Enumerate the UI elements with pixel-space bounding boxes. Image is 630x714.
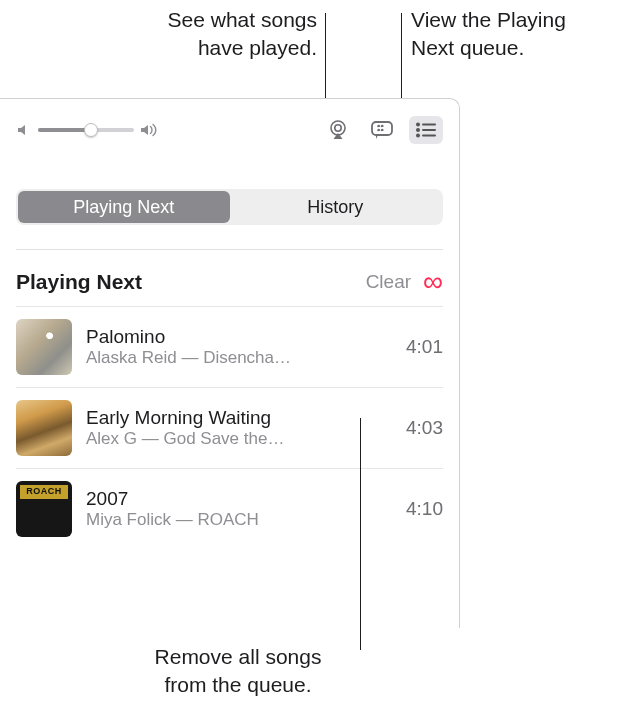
- queue-icon: [415, 122, 437, 138]
- track-title: 2007: [86, 488, 392, 510]
- track-text: Early Morning WaitingAlex G — God Save t…: [86, 407, 392, 449]
- album-art: [16, 319, 72, 375]
- track-row[interactable]: PalominoAlaska Reid — Disencha…4:01: [16, 306, 443, 387]
- tab-history-label: History: [307, 197, 363, 218]
- section-header: Playing Next Clear ∞: [0, 250, 459, 306]
- tab-playing-next[interactable]: Playing Next: [18, 191, 230, 223]
- svg-point-3: [416, 123, 420, 127]
- airplay-button[interactable]: [321, 116, 355, 144]
- lyrics-button[interactable]: [365, 116, 399, 144]
- callout-clear: Remove all songsfrom the queue.: [118, 643, 358, 700]
- callout-history-text: See what songshave played.: [168, 8, 317, 59]
- track-subtitle: Alaska Reid — Disencha…: [86, 348, 392, 368]
- track-list: PalominoAlaska Reid — Disencha…4:01Early…: [0, 306, 459, 549]
- svg-rect-6: [422, 129, 436, 131]
- svg-rect-2: [372, 122, 392, 135]
- callout-queue-text: View the PlayingNext queue.: [411, 8, 566, 59]
- track-subtitle: Miya Folick — ROACH: [86, 510, 392, 530]
- track-duration: 4:10: [406, 498, 443, 520]
- lyrics-icon: [370, 120, 394, 140]
- track-row[interactable]: 2007Miya Folick — ROACH4:10: [16, 468, 443, 549]
- volume-low-icon: [16, 122, 32, 138]
- leader-clear: [360, 418, 361, 650]
- callout-queue-button: View the PlayingNext queue.: [411, 6, 621, 63]
- infinity-icon: ∞: [423, 266, 443, 297]
- album-art: [16, 400, 72, 456]
- tab-playing-next-label: Playing Next: [73, 197, 174, 218]
- callout-clear-text: Remove all songsfrom the queue.: [155, 645, 322, 696]
- queue-button[interactable]: [409, 116, 443, 144]
- clear-label: Clear: [366, 271, 411, 292]
- callout-history: See what songshave played.: [97, 6, 317, 63]
- svg-point-0: [331, 121, 345, 135]
- volume-slider[interactable]: [38, 128, 134, 132]
- toolbar: [0, 99, 459, 161]
- tab-history[interactable]: History: [230, 191, 442, 223]
- volume-thumb[interactable]: [84, 123, 98, 137]
- album-art: [16, 481, 72, 537]
- track-title: Early Morning Waiting: [86, 407, 392, 429]
- volume-control[interactable]: [16, 122, 160, 138]
- clear-button[interactable]: Clear: [366, 271, 411, 293]
- queue-panel: Playing Next History Playing Next Clear …: [0, 98, 460, 628]
- svg-rect-4: [422, 124, 436, 126]
- svg-point-5: [416, 128, 420, 132]
- volume-high-icon: [140, 122, 160, 138]
- autoplay-infinity-button[interactable]: ∞: [423, 268, 443, 296]
- svg-point-1: [335, 125, 341, 131]
- tab-segmented-control: Playing Next History: [16, 189, 443, 225]
- svg-rect-8: [422, 135, 436, 137]
- track-duration: 4:01: [406, 336, 443, 358]
- track-text: PalominoAlaska Reid — Disencha…: [86, 326, 392, 368]
- track-row[interactable]: Early Morning WaitingAlex G — God Save t…: [16, 387, 443, 468]
- svg-point-7: [416, 134, 420, 138]
- track-subtitle: Alex G — God Save the…: [86, 429, 392, 449]
- track-title: Palomino: [86, 326, 392, 348]
- track-duration: 4:03: [406, 417, 443, 439]
- airplay-icon: [327, 120, 349, 140]
- section-title: Playing Next: [16, 270, 366, 294]
- track-text: 2007Miya Folick — ROACH: [86, 488, 392, 530]
